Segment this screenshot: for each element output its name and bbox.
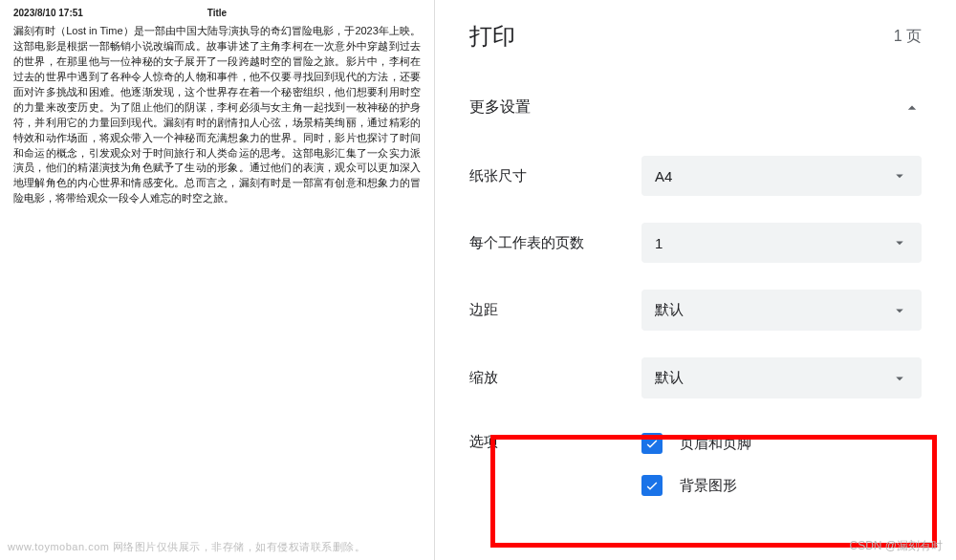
scale-label: 缩放 [469, 369, 641, 387]
pages-per-sheet-row: 每个工作表的页数 1 [435, 209, 956, 276]
page-count: 1 页 [894, 27, 922, 47]
dropdown-arrow-icon [891, 370, 908, 387]
print-title: 打印 [469, 21, 515, 52]
options-label: 选项 [469, 433, 641, 451]
paper-size-select[interactable]: A4 [641, 156, 922, 196]
headers-footers-option[interactable]: 页眉和页脚 [641, 433, 922, 454]
pages-per-sheet-select[interactable]: 1 [641, 223, 922, 263]
headers-footers-checkbox[interactable] [641, 433, 663, 454]
document-header: 2023/8/10 17:51 Title [11, 8, 423, 22]
margins-label: 边距 [469, 301, 641, 319]
scale-select[interactable]: 默认 [641, 357, 922, 398]
doc-title: Title [0, 8, 434, 18]
check-icon [644, 478, 660, 493]
margins-select[interactable]: 默认 [641, 290, 922, 331]
scale-row: 缩放 默认 [435, 344, 956, 412]
background-graphics-label: 背景图形 [680, 477, 737, 495]
pages-per-sheet-label: 每个工作表的页数 [469, 234, 641, 252]
pages-per-sheet-value: 1 [655, 235, 663, 251]
settings-header: 打印 1 页 [435, 0, 956, 80]
print-settings-pane: 打印 1 页 更多设置 纸张尺寸 A4 每个工作表的页数 1 边距 默认 [435, 0, 956, 560]
document-body: 漏刻有时（Lost in Time）是一部由中国大陆导演执导的奇幻冒险电影，于2… [11, 22, 423, 208]
paper-size-row: 纸张尺寸 A4 [435, 142, 956, 209]
watermark-left: www.toymoban.com 网络图片仅供展示，非存储，如有侵权请联系删除。 [8, 540, 365, 554]
headers-footers-label: 页眉和页脚 [680, 435, 751, 453]
paper-size-label: 纸张尺寸 [469, 167, 641, 185]
more-settings-label: 更多设置 [469, 97, 531, 118]
background-graphics-option[interactable]: 背景图形 [641, 475, 922, 496]
watermark-right: CSDN @漏刻有时 [849, 538, 943, 554]
margins-row: 边距 默认 [435, 276, 956, 344]
more-settings-toggle[interactable]: 更多设置 [435, 80, 956, 142]
check-icon [644, 436, 660, 451]
dropdown-arrow-icon [891, 167, 908, 184]
background-graphics-checkbox[interactable] [641, 475, 663, 496]
print-preview-pane: 2023/8/10 17:51 Title 漏刻有时（Lost in Time）… [0, 0, 435, 560]
paper-size-value: A4 [655, 168, 672, 184]
scale-value: 默认 [655, 369, 684, 387]
dropdown-arrow-icon [891, 302, 908, 319]
dropdown-arrow-icon [891, 234, 908, 251]
margins-value: 默认 [655, 301, 684, 319]
chevron-up-icon [902, 98, 922, 118]
options-row: 选项 页眉和页脚 背景图形 [435, 412, 956, 509]
